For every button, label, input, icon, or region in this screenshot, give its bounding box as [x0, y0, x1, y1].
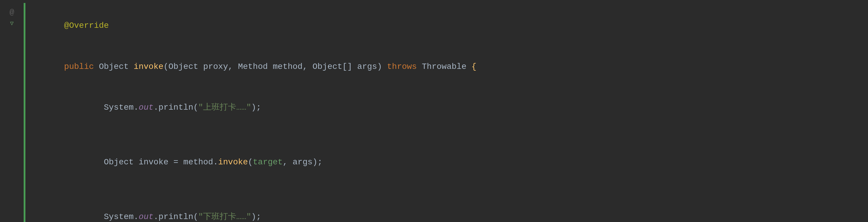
out-field2: out: [138, 212, 153, 221]
system-text2: System.: [64, 212, 138, 221]
annotation-override: @Override: [64, 21, 109, 30]
line-method-signature: public Object invoke(Object proxy, Metho…: [34, 46, 868, 88]
comma-args: , args);: [283, 158, 322, 167]
gutter-annotation: @ ▽: [9, 5, 14, 27]
println1: .println(: [153, 103, 198, 112]
line-sysout1: System.out.println("上班打卡……");: [34, 87, 868, 128]
gutter: @ ▽: [0, 3, 24, 222]
line-empty1: [34, 128, 868, 142]
method-invoke: invoke: [134, 62, 163, 71]
paren-open: (Object proxy, Method method, Object[] a…: [163, 62, 387, 71]
space1: Object: [94, 62, 134, 71]
method-invoke2: invoke: [218, 158, 248, 167]
open-brace: {: [471, 62, 476, 71]
throwable-class: Throwable: [417, 62, 471, 71]
paren2a: (: [248, 158, 253, 167]
line-sysout2: System.out.println("下班打卡……");: [34, 197, 868, 222]
editor-container: @ ▽ @Override public Object invoke(Objec…: [0, 0, 868, 222]
keyword-throws: throws: [387, 62, 417, 71]
system-text1: System.: [64, 103, 138, 112]
object-type: Object invoke = method.: [64, 158, 218, 167]
semi1: );: [251, 103, 261, 112]
string1: "上班打卡……": [198, 103, 251, 112]
keyword-public: public: [64, 62, 94, 71]
out-field1: out: [138, 103, 153, 112]
semi2: );: [251, 212, 261, 221]
gutter-fold-icon[interactable]: ▽: [10, 21, 13, 27]
println2: .println(: [153, 212, 198, 221]
target-var: target: [253, 158, 283, 167]
line-object-invoke: Object invoke = method.invoke(target, ar…: [34, 142, 868, 183]
line-override: @Override: [34, 5, 868, 46]
gutter-at-symbol: @: [9, 6, 14, 19]
line-empty2: [34, 183, 868, 196]
code-area: @Override public Object invoke(Object pr…: [28, 3, 868, 222]
left-bar-indicator: [24, 3, 25, 222]
string2: "下班打卡……": [198, 212, 251, 221]
